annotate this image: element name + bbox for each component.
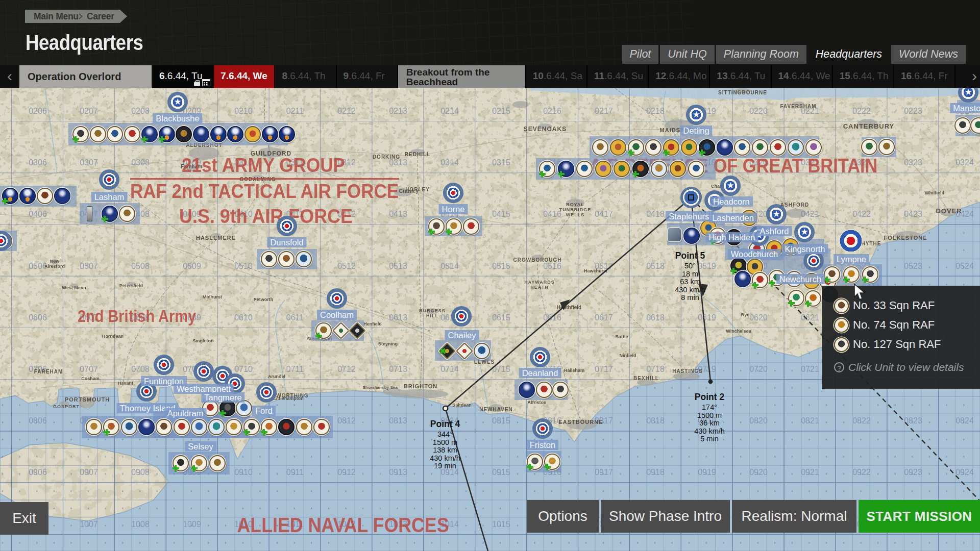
svg-text:SITTINGBOURNE: SITTINGBOURNE	[718, 90, 767, 95]
svg-text:0711: 0711	[286, 365, 304, 373]
svg-text:Petworth: Petworth	[254, 297, 274, 302]
svg-text:0415: 0415	[492, 210, 510, 218]
svg-text:0907: 0907	[80, 468, 98, 477]
svg-text:0822: 0822	[852, 416, 871, 425]
svg-text:0908: 0908	[131, 468, 150, 477]
svg-text:0507: 0507	[80, 262, 98, 270]
svg-text:0216: 0216	[543, 107, 561, 115]
svg-text:0516: 0516	[543, 262, 561, 270]
svg-text:1008: 1008	[131, 520, 150, 529]
svg-text:0920: 0920	[749, 468, 768, 477]
svg-text:U.S. 9th AIR FORCE: U.S. 9th AIR FORCE	[179, 206, 353, 227]
svg-text:Midhurst: Midhurst	[203, 294, 222, 299]
svg-text:0422: 0422	[852, 210, 871, 218]
svg-text:0824: 0824	[955, 416, 974, 425]
svg-text:0620: 0620	[749, 313, 768, 322]
svg-text:0306: 0306	[29, 158, 47, 167]
svg-text:PORTSMOUTH: PORTSMOUTH	[65, 396, 110, 403]
svg-text:0918: 0918	[646, 468, 665, 477]
svg-text:0717: 0717	[595, 365, 613, 373]
svg-text:0524: 0524	[955, 262, 974, 270]
svg-text:0421: 0421	[801, 210, 819, 218]
svg-text:0906: 0906	[29, 468, 47, 477]
svg-text:Steyning: Steyning	[378, 341, 398, 346]
svg-text:0710: 0710	[234, 365, 253, 373]
svg-text:0214: 0214	[440, 107, 459, 115]
svg-text:0211: 0211	[286, 107, 304, 115]
svg-text:HYTHE: HYTHE	[862, 241, 881, 246]
svg-text:0617: 0617	[595, 313, 613, 322]
svg-text:Alresford: Alresford	[44, 264, 65, 269]
svg-text:REDHILL: REDHILL	[405, 152, 430, 157]
svg-text:0213: 0213	[389, 107, 407, 115]
svg-text:Horndean: Horndean	[102, 334, 124, 339]
svg-text:0514: 0514	[440, 262, 459, 270]
svg-text:BURGESS: BURGESS	[419, 308, 446, 313]
svg-text:0911: 0911	[286, 468, 304, 477]
svg-text:0308: 0308	[131, 158, 150, 167]
svg-text:Ninfield: Ninfield	[620, 353, 636, 358]
svg-text:0721: 0721	[801, 365, 819, 373]
svg-text:0314: 0314	[440, 158, 459, 167]
svg-text:0513: 0513	[389, 262, 407, 270]
svg-text:GOSPORT: GOSPORT	[53, 404, 80, 409]
svg-text:Crawley: Crawley	[399, 188, 419, 194]
svg-text:0423: 0423	[904, 210, 922, 218]
svg-text:Alfriston: Alfriston	[528, 400, 547, 405]
svg-text:0818: 0818	[646, 416, 665, 425]
svg-text:0208: 0208	[131, 107, 150, 115]
svg-text:0613: 0613	[389, 313, 407, 322]
svg-text:0223: 0223	[904, 107, 922, 115]
svg-text:0406: 0406	[29, 210, 47, 218]
svg-text:0714: 0714	[440, 365, 459, 373]
svg-text:0618: 0618	[646, 313, 665, 322]
svg-text:0910: 0910	[234, 468, 253, 477]
svg-text:0919: 0919	[698, 468, 716, 477]
svg-text:FAVERSHAM: FAVERSHAM	[780, 104, 816, 109]
svg-text:0510: 0510	[234, 262, 253, 270]
svg-text:ALLIED NAVAL FORCES: ALLIED NAVAL FORCES	[237, 514, 449, 536]
svg-text:Shoreham-by-Sea: Shoreham-by-Sea	[363, 385, 398, 390]
svg-text:0813: 0813	[389, 416, 407, 425]
svg-text:0515: 0515	[492, 262, 510, 270]
svg-text:0806: 0806	[29, 416, 47, 425]
svg-text:Arundel: Arundel	[268, 374, 285, 379]
svg-text:0912: 0912	[337, 468, 356, 477]
svg-text:0913: 0913	[389, 468, 407, 477]
svg-text:0713: 0713	[389, 365, 407, 373]
svg-text:0217: 0217	[595, 107, 613, 115]
svg-text:RAF 2nd TACTICAL AIR FORCE: RAF 2nd TACTICAL AIR FORCE	[130, 181, 399, 202]
svg-text:DORKING: DORKING	[373, 154, 400, 160]
svg-text:HASTINGS: HASTINGS	[672, 368, 703, 374]
svg-text:0207: 0207	[80, 107, 98, 115]
svg-text:0413: 0413	[389, 210, 407, 218]
svg-text:0820: 0820	[749, 416, 768, 425]
svg-text:0821: 0821	[801, 416, 819, 425]
svg-text:2nd British Army: 2nd British Army	[78, 306, 196, 325]
svg-text:Whitfield: Whitfield	[925, 190, 944, 195]
svg-text:0508: 0508	[131, 262, 150, 270]
svg-text:Hailsham: Hailsham	[564, 368, 584, 373]
svg-text:0619: 0619	[698, 313, 716, 322]
svg-text:0917: 0917	[595, 468, 613, 477]
svg-text:0417: 0417	[595, 210, 613, 218]
svg-text:NEWHAVEN: NEWHAVEN	[479, 407, 513, 412]
svg-text:0512: 0512	[337, 262, 356, 270]
svg-text:BRIGHTON: BRIGHTON	[404, 383, 437, 389]
svg-text:0315: 0315	[492, 158, 510, 167]
svg-text:FOLKESTONE: FOLKESTONE	[884, 235, 927, 241]
svg-text:SEVENOAKS: SEVENOAKS	[524, 126, 567, 133]
svg-text:0307: 0307	[80, 158, 98, 167]
svg-text:0509: 0509	[183, 262, 201, 270]
svg-text:0218: 0218	[646, 107, 665, 115]
svg-text:0712: 0712	[337, 365, 356, 373]
svg-text:WELLS: WELLS	[566, 212, 585, 217]
svg-text:HAYWARDS: HAYWARDS	[524, 280, 555, 285]
svg-text:HILL: HILL	[426, 313, 438, 318]
svg-text:0323: 0323	[904, 158, 922, 167]
svg-text:1009: 1009	[183, 520, 201, 529]
svg-text:BEXHILL: BEXHILL	[633, 375, 659, 381]
svg-text:Cosham: Cosham	[81, 376, 100, 381]
svg-text:0210: 0210	[234, 107, 253, 115]
svg-text:0812: 0812	[337, 416, 356, 425]
